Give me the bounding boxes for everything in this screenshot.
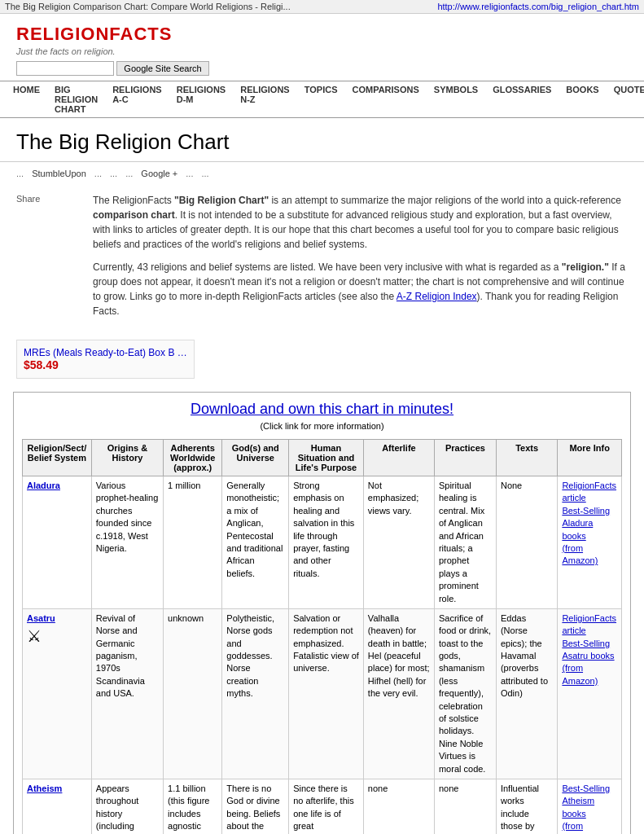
adherents-cell: 1.1 billion (this figure includes agnost… bbox=[164, 779, 222, 834]
texts-cell: Eddas (Norse epics); the Havamal (prover… bbox=[496, 608, 557, 779]
right-col: The ReligionFacts "Big Religion Chart" i… bbox=[93, 193, 628, 327]
table-row: Asatru⚔Revival of Norse and Germanic pag… bbox=[23, 608, 622, 779]
religion-link[interactable]: Aladura bbox=[27, 481, 60, 490]
more-info-cell: Best-Selling Atheism books(from Amazon) bbox=[558, 779, 622, 834]
religion-link[interactable]: Atheism bbox=[27, 784, 62, 793]
share-item-3: ... bbox=[94, 169, 102, 178]
religion-link[interactable]: Asatru bbox=[27, 613, 55, 623]
col-human: Human Situation and Life's Purpose bbox=[289, 440, 364, 476]
table-row: AladuraVarious prophet-healing churches … bbox=[23, 476, 622, 609]
share-item-1: ... bbox=[16, 169, 24, 178]
human-cell: Salvation or redemption not emphasized. … bbox=[289, 608, 364, 779]
browser-bar: The Big Religion Comparison Chart: Compa… bbox=[0, 0, 644, 14]
col-religion: Religion/Sect/ Belief System bbox=[23, 440, 92, 476]
search-button[interactable]: Google Site Search bbox=[116, 61, 208, 76]
browser-title: The Big Religion Comparison Chart: Compa… bbox=[5, 2, 291, 11]
more-info-link[interactable]: (from Amazon) bbox=[562, 542, 617, 568]
main-content: Share The ReligionFacts "Big Religion Ch… bbox=[0, 185, 644, 335]
ad-title[interactable]: MREs (Meals Ready-to-Eat) Box B … bbox=[24, 347, 187, 358]
more-info-cell: ReligionFacts articleBest-Selling Asatru… bbox=[558, 608, 622, 779]
more-info-link[interactable]: Best-Selling Atheism books bbox=[562, 783, 617, 820]
religion-name-cell: Atheism bbox=[23, 779, 92, 834]
col-practices: Practices bbox=[434, 440, 496, 476]
logo-part1: RELIGION bbox=[16, 24, 109, 44]
google-plus-button[interactable]: Google + bbox=[141, 169, 177, 178]
nav-religions-ac[interactable]: RELIGIONS A-C bbox=[112, 85, 162, 114]
more-info-cell: ReligionFacts articleBest-Selling Aladur… bbox=[558, 476, 622, 609]
nav-religions-dm[interactable]: RELIGIONS D-M bbox=[177, 85, 226, 114]
browser-url: http://www.religionfacts.com/big_religio… bbox=[437, 2, 639, 11]
practices-cell: Spiritual healing is central. Mix of Ang… bbox=[434, 476, 496, 609]
afterlife-cell: Not emphasized; views vary. bbox=[363, 476, 434, 609]
religion-table: Religion/Sect/ Belief System Origins & H… bbox=[22, 439, 622, 834]
table-row: AtheismAppears throughout history (inclu… bbox=[23, 779, 622, 834]
afterlife-cell: Valhalla (heaven) for death in battle; H… bbox=[363, 608, 434, 779]
share-label: Share bbox=[16, 194, 40, 204]
texts-cell: None bbox=[496, 476, 557, 609]
col-more-info: More Info bbox=[558, 440, 622, 476]
human-cell: Since there is no afterlife, this one li… bbox=[289, 779, 364, 834]
religion-name-cell: Aladura bbox=[23, 476, 92, 609]
share-bar: ... StumbleUpon ... ... ... Google + ...… bbox=[0, 162, 644, 185]
search-input[interactable] bbox=[16, 61, 114, 76]
more-info-link[interactable]: Best-Selling Asatru books bbox=[562, 638, 617, 663]
left-col: Share bbox=[16, 193, 81, 327]
az-religion-index-link[interactable]: A-Z Religion Index bbox=[396, 291, 477, 302]
col-origins: Origins & History bbox=[91, 440, 163, 476]
adherents-cell: unknown bbox=[164, 608, 222, 779]
religion-name-cell: Asatru⚔ bbox=[23, 608, 92, 779]
religion-icon: ⚔ bbox=[27, 627, 42, 645]
col-gods: God(s) and Universe bbox=[222, 440, 289, 476]
nav-comparisons[interactable]: COMPARISONS bbox=[352, 85, 418, 114]
col-afterlife: Afterlife bbox=[363, 440, 434, 476]
practices-cell: Sacrifice of food or drink, toast to the… bbox=[434, 608, 496, 779]
origins-cell: Various prophet-healing churches founded… bbox=[91, 476, 163, 609]
nav-glossaries[interactable]: GLOSSARIES bbox=[493, 85, 551, 114]
chart-download-link[interactable]: Download and own this chart in minutes! bbox=[22, 401, 622, 418]
share-item-8: ... bbox=[201, 169, 208, 178]
logo-tagline: Just the facts on religion. bbox=[16, 46, 628, 56]
share-item-5: ... bbox=[125, 169, 133, 178]
adherents-cell: 1 million bbox=[164, 476, 222, 609]
description-para2: Currently, 43 religions and belief syste… bbox=[93, 260, 628, 318]
gods-cell: There is no God or divine being. Beliefs… bbox=[222, 779, 289, 834]
main-nav: HOME BIG RELIGION CHART RELIGIONS A-C RE… bbox=[0, 81, 644, 118]
origins-cell: Appears throughout history (including an… bbox=[91, 779, 163, 834]
stumbleupon-button[interactable]: StumbleUpon bbox=[32, 169, 86, 178]
chart-subheader: (Click link for more information) bbox=[22, 421, 622, 431]
nav-religions-nz[interactable]: RELIGIONS N-Z bbox=[240, 85, 290, 114]
more-info-link[interactable]: Best-Selling Aladura books bbox=[562, 505, 617, 542]
more-info-link[interactable]: (from Amazon) bbox=[562, 662, 617, 687]
description-para1: The ReligionFacts "Big Religion Chart" i… bbox=[93, 193, 628, 252]
share-item-7: ... bbox=[186, 169, 193, 178]
nav-topics[interactable]: TOPICS bbox=[304, 85, 338, 114]
texts-cell: Influential works include those by Marx,… bbox=[496, 779, 557, 834]
col-texts: Texts bbox=[496, 440, 557, 476]
chart-container: Download and own this chart in minutes! … bbox=[13, 392, 631, 834]
nav-big-religion-chart[interactable]: BIG RELIGION CHART bbox=[55, 85, 98, 114]
col-adherents: Adherents Worldwide (approx.) bbox=[164, 440, 222, 476]
page-title: The Big Religion Chart bbox=[0, 118, 644, 162]
more-info-link[interactable]: ReligionFacts article bbox=[562, 612, 617, 638]
ad-price: $58.49 bbox=[24, 358, 187, 371]
nav-home[interactable]: HOME bbox=[13, 85, 40, 114]
more-info-link[interactable]: ReligionFacts article bbox=[562, 480, 617, 505]
practices-cell: none bbox=[434, 779, 496, 834]
nav-quotes[interactable]: QUOTES bbox=[614, 85, 644, 114]
ad-area: MREs (Meals Ready-to-Eat) Box B … $58.49 bbox=[16, 340, 195, 379]
logo-part2: FACTS bbox=[109, 24, 172, 44]
share-item-4: ... bbox=[110, 169, 117, 178]
nav-symbols[interactable]: SYMBOLS bbox=[434, 85, 478, 114]
human-cell: Strong emphasis on healing and salvation… bbox=[289, 476, 364, 609]
nav-books[interactable]: BOOKS bbox=[566, 85, 598, 114]
more-info-link[interactable]: (from Amazon) bbox=[562, 820, 617, 834]
origins-cell: Revival of Norse and Germanic paganism, … bbox=[91, 608, 163, 779]
gods-cell: Polytheistic, Norse gods and goddesses. … bbox=[222, 608, 289, 779]
gods-cell: Generally monotheistic; a mix of Anglica… bbox=[222, 476, 289, 609]
afterlife-cell: none bbox=[363, 779, 434, 834]
logo-area: RELIGIONFACTS Just the facts on religion… bbox=[0, 14, 644, 81]
logo[interactable]: RELIGIONFACTS bbox=[16, 24, 628, 45]
search-box-area: Google Site Search bbox=[16, 61, 628, 76]
